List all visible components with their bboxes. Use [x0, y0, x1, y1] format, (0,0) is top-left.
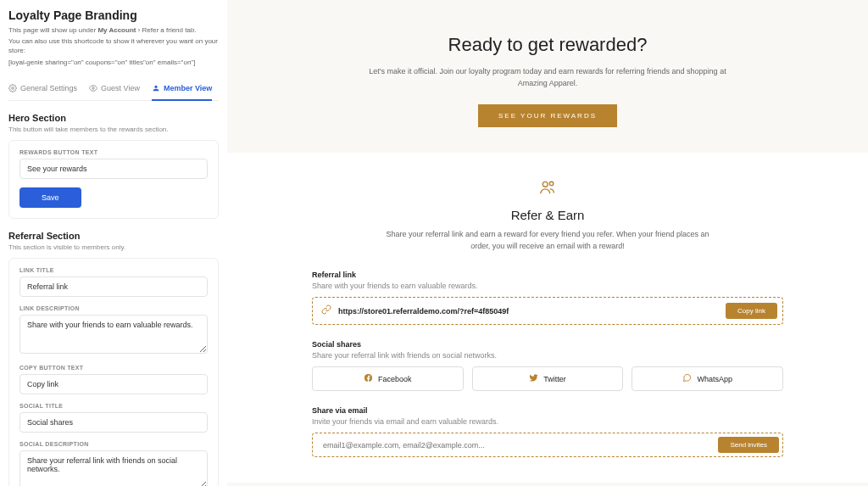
tab-guest[interactable]: Guest View	[89, 79, 140, 100]
hero-section-sub: This button will take members to the rew…	[8, 126, 219, 133]
share-email-label: Share via email	[312, 406, 783, 415]
settings-panel: Loyalty Page Branding This page will sho…	[0, 0, 227, 486]
referral-section-title: Referral Section	[8, 231, 219, 241]
preview-hero: Ready to get rewarded? Let's make it off…	[227, 34, 868, 153]
whatsapp-icon	[682, 373, 692, 384]
link-icon	[321, 304, 331, 317]
rewards-button-label: REWARDS BUTTON TEXT	[19, 149, 208, 155]
facebook-button[interactable]: Facebook	[312, 366, 464, 391]
eye-icon	[89, 84, 97, 92]
tab-member[interactable]: Member View	[152, 79, 212, 101]
see-rewards-button[interactable]: SEE YOUR REWARDS	[478, 104, 617, 127]
social-shares-desc: Share your referral link with friends on…	[312, 351, 783, 360]
facebook-icon	[364, 373, 373, 384]
people-icon	[312, 178, 783, 199]
referral-link-label: Referral link	[312, 271, 783, 279]
tab-general[interactable]: General Settings	[8, 79, 77, 100]
referral-link-box: https://store01.referraldemo.com/?ref=4f…	[312, 297, 783, 325]
rewards-button-input[interactable]	[19, 159, 208, 179]
social-desc-label: SOCIAL DESCRIPTION	[19, 441, 208, 447]
twitter-icon	[529, 373, 538, 384]
share-email-desc: Invite your friends via email and earn v…	[312, 417, 783, 426]
social-title-label: SOCIAL TITLE	[19, 403, 208, 409]
refer-title: Refer & Earn	[312, 208, 783, 222]
copy-btn-label: COPY BUTTON TEXT	[19, 365, 208, 371]
link-desc-label: LINK DESCRIPTION	[19, 305, 208, 311]
copy-btn-input[interactable]	[19, 374, 208, 394]
whatsapp-button[interactable]: WhatsApp	[632, 366, 783, 391]
social-title-input[interactable]	[19, 412, 208, 433]
page-title: Loyalty Page Branding	[8, 8, 219, 22]
share-email-section: Share via email Invite your friends via …	[312, 406, 783, 457]
link-title-input[interactable]	[19, 277, 208, 297]
referral-link-desc: Share with your friends to earn valuable…	[312, 282, 783, 290]
link-desc-input[interactable]: Share with your friends to earn valuable…	[19, 315, 208, 354]
referral-section-sub: This section is visible to members only.	[8, 243, 219, 251]
referral-link-section: Referral link Share with your friends to…	[312, 271, 783, 325]
page-shortcode: [loyal-genie sharing="on" coupons="on" t…	[8, 58, 219, 67]
referral-card: LINK TITLE LINK DESCRIPTION Share with y…	[8, 258, 219, 486]
svg-point-3	[549, 182, 553, 185]
hero-section-title: Hero Section	[8, 113, 219, 123]
link-title-label: LINK TITLE	[19, 267, 208, 273]
send-invites-button[interactable]: Send invites	[718, 437, 779, 453]
email-invite-input[interactable]	[316, 437, 718, 453]
copy-link-button[interactable]: Copy link	[726, 303, 777, 319]
preview-hero-sub: Let's make it official. Join our loyalty…	[365, 66, 730, 89]
user-icon	[152, 84, 160, 92]
social-desc-input[interactable]: Share your referral link with friends on…	[19, 450, 208, 486]
page-subtitle-1: This page will show up under My Account …	[8, 25, 219, 35]
hero-card: REWARDS BUTTON TEXT Save	[8, 140, 219, 219]
preview-panel: Ready to get rewarded? Let's make it off…	[227, 0, 868, 486]
social-shares-section: Social shares Share your referral link w…	[312, 340, 783, 391]
refer-sub: Share your referral link and earn a rewa…	[378, 229, 717, 252]
svg-point-1	[92, 87, 95, 90]
referral-link-url: https://store01.referraldemo.com/?ref=4f…	[338, 307, 719, 316]
preview-hero-title: Ready to get rewarded?	[261, 34, 834, 56]
social-shares-label: Social shares	[312, 340, 783, 349]
svg-point-2	[542, 182, 548, 187]
save-button[interactable]: Save	[19, 187, 81, 208]
gear-icon	[8, 84, 17, 92]
svg-point-0	[12, 87, 14, 90]
social-buttons: Facebook Twitter WhatsApp	[312, 366, 783, 391]
page-subtitle-2: You can also use this shortcode to show …	[8, 36, 219, 55]
twitter-button[interactable]: Twitter	[472, 366, 624, 391]
tabs: General Settings Guest View Member View	[8, 79, 219, 101]
email-invite-box: Send invites	[312, 433, 783, 457]
preview-refer: Refer & Earn Share your referral link an…	[227, 153, 868, 483]
